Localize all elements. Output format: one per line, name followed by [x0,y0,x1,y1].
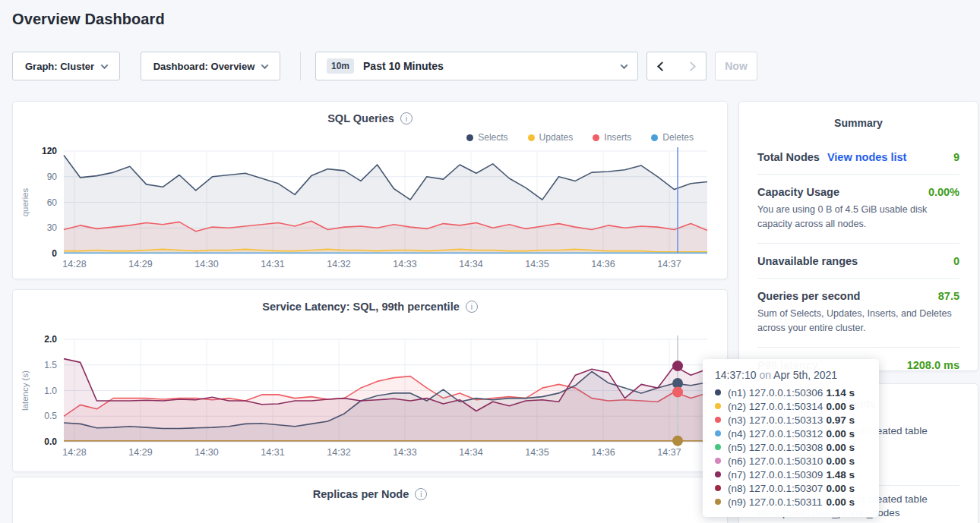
svg-text:0: 0 [52,248,57,259]
legend-item-updates: Updates [528,132,574,143]
svg-text:14:31: 14:31 [261,447,284,458]
summary-title: Summary [739,102,978,129]
time-prev-button[interactable] [646,52,677,80]
legend-dot-icon [651,134,658,141]
capacity-usage-description: You are using 0 B of 4.5 GiB usable disk… [757,203,959,232]
total-nodes-value: 9 [953,151,959,163]
service-latency-title: Service Latency: SQL, 99th percentile i [13,301,727,313]
legend-item-selects: Selects [466,132,507,143]
node-color-dot-icon [715,430,721,436]
sql-queries-chart[interactable]: 14:2814:2914:3014:3114:3214:3314:3414:35… [13,145,729,274]
sql-queries-title: SQL Queries i [13,112,727,124]
svg-text:14:34: 14:34 [459,447,482,458]
legend-dot-icon [593,134,599,141]
legend-item-inserts: Inserts [593,132,631,143]
node-latency-value: 0.97 s [826,414,867,426]
summary-panel: Summary Total Nodes View nodes list 9 Ca… [738,101,978,371]
svg-text:14:29: 14:29 [128,447,152,458]
svg-text:14:32: 14:32 [327,447,350,458]
node-address: (n3) 127.0.0.1:50313 [728,414,823,426]
graph-scope-label: Graph: Cluster [25,61,94,72]
svg-text:queries: queries [21,187,30,216]
legend-dot-icon [528,134,535,141]
service-latency-chart[interactable]: 14:2814:2914:3014:3114:3214:3314:3414:35… [13,333,729,462]
node-color-dot-icon [715,444,721,450]
chevron-right-icon [686,61,696,71]
info-icon[interactable]: i [415,488,427,500]
tooltip-node-row: (n9) 127.0.0.1:503110.00 s [715,495,867,509]
overview-dashboard-page: Overview Dashboard Graph: Cluster Dashbo… [0,0,980,523]
summary-capacity-usage: Capacity Usage 0.00% You are using 0 B o… [757,175,959,244]
sql-legend: SelectsUpdatesInsertsDeletes [466,132,694,143]
legend-item-deletes: Deletes [651,132,694,143]
node-address: (n4) 127.0.0.1:50312 [728,428,823,440]
node-address: (n7) 127.0.0.1:50309 [728,469,823,480]
node-color-dot-icon [715,471,721,477]
page-title: Overview Dashboard [12,11,165,28]
info-icon[interactable]: i [466,301,478,313]
view-nodes-list-link[interactable]: View nodes list [827,151,907,163]
replicas-title: Replicas per Node i [13,488,727,500]
svg-text:1.5: 1.5 [44,360,57,370]
node-color-dot-icon [715,458,721,464]
svg-text:14:34: 14:34 [459,259,482,269]
dashboard-dropdown[interactable]: Dashboard: Overview [141,52,280,80]
chevron-down-icon [101,61,109,69]
node-latency-value: 1.48 s [826,469,867,480]
summary-total-nodes: Total Nodes View nodes list 9 [757,140,959,175]
svg-text:14:28: 14:28 [62,259,86,269]
node-address: (n5) 127.0.0.1:50308 [728,442,823,453]
svg-text:2.0: 2.0 [44,334,57,345]
svg-text:14:36: 14:36 [591,259,615,269]
node-address: (n1) 127.0.0.1:50306 [728,387,823,399]
node-latency-value: 0.00 s [826,442,867,453]
svg-text:0.0: 0.0 [44,436,57,447]
node-address: (n9) 127.0.0.1:50311 [728,496,822,508]
chevron-down-icon [621,61,628,69]
time-range-picker[interactable]: 10m Past 10 Minutes [315,52,638,80]
svg-text:14:35: 14:35 [525,259,548,269]
svg-text:14:32: 14:32 [327,259,350,269]
svg-text:30: 30 [47,222,58,233]
node-address: (n2) 127.0.0.1:50314 [728,401,823,412]
node-latency-value: 0.00 s [826,496,867,508]
tooltip-node-row: (n7) 127.0.0.1:503091.48 s [715,468,867,481]
node-latency-value: 0.00 s [826,428,867,440]
info-icon[interactable]: i [400,112,413,124]
node-latency-value: 0.00 s [826,483,867,494]
unavailable-ranges-value: 0 [953,255,959,267]
graph-scope-dropdown[interactable]: Graph: Cluster [12,52,120,80]
svg-text:14:31: 14:31 [261,259,284,269]
tooltip-node-row: (n6) 127.0.0.1:503100.00 s [715,454,867,468]
time-range-label: Past 10 Minutes [363,60,444,72]
node-latency-value: 0.00 s [826,401,867,412]
qps-description: Sum of Selects, Updates, Inserts, and De… [757,307,959,336]
total-nodes-label: Total Nodes [757,151,820,163]
node-address: (n8) 127.0.0.1:50307 [728,483,823,494]
tooltip-node-row: (n3) 127.0.0.1:503130.97 s [715,413,867,427]
svg-text:14:36: 14:36 [591,447,615,458]
capacity-usage-label: Capacity Usage [757,186,839,198]
qps-label: Queries per second [757,290,860,302]
svg-text:1.0: 1.0 [44,386,57,396]
sql-queries-card: SQL Queries i SelectsUpdatesInsertsDelet… [12,101,728,279]
node-latency-value: 0.00 s [826,455,867,467]
time-next-button[interactable] [676,52,707,80]
tooltip-node-row: (n8) 127.0.0.1:503070.00 s [715,481,867,495]
svg-text:14:35: 14:35 [525,447,548,458]
svg-text:60: 60 [47,197,58,208]
legend-dot-icon [466,134,473,141]
node-color-dot-icon [715,403,721,409]
now-button[interactable]: Now [715,52,757,80]
controls-divider [300,52,301,80]
svg-text:14:33: 14:33 [393,447,416,458]
svg-text:14:30: 14:30 [194,259,218,269]
svg-text:120: 120 [42,146,57,156]
svg-text:14:37: 14:37 [657,447,681,458]
node-address: (n6) 127.0.0.1:50310 [728,455,823,467]
node-color-dot-icon [715,499,721,505]
qps-value: 87.5 [938,290,959,302]
chevron-left-icon [657,61,667,71]
svg-text:14:33: 14:33 [393,259,416,269]
service-latency-card: Service Latency: SQL, 99th percentile i … [12,289,728,472]
